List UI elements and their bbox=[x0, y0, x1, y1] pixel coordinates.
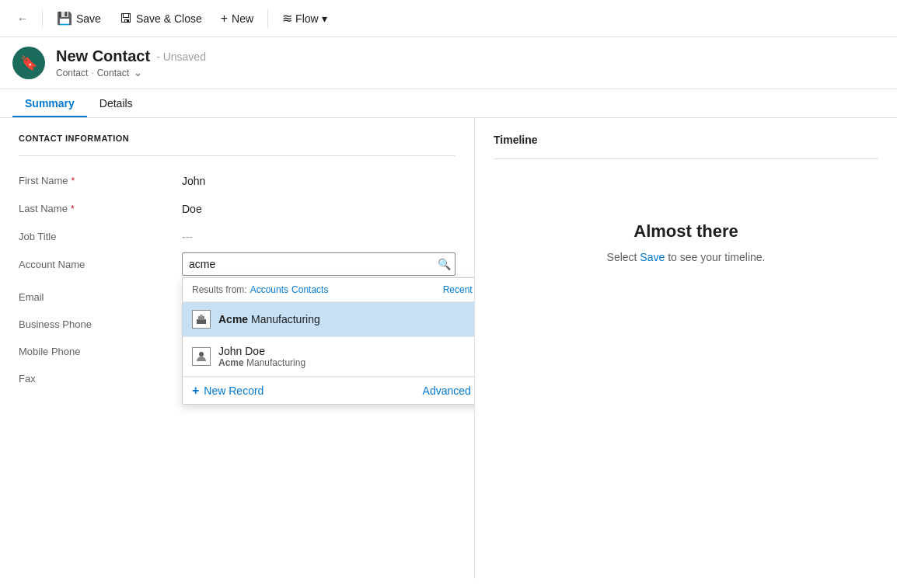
plus-icon: + bbox=[192, 384, 199, 398]
unsaved-label: - Unsaved bbox=[156, 50, 206, 63]
breadcrumb-2: Contact bbox=[97, 68, 129, 78]
chevron-down-icon: ⌄ bbox=[134, 67, 142, 78]
field-value-job-title[interactable]: --- bbox=[182, 224, 455, 243]
field-label-last-name: Last Name * bbox=[19, 197, 182, 214]
timeline-divider bbox=[494, 158, 878, 159]
acme-manufacturing-icon bbox=[192, 310, 211, 329]
almost-there-heading: Almost there bbox=[494, 221, 878, 242]
field-row-first-name: First Name * John bbox=[19, 169, 455, 187]
search-icon: 🔍 bbox=[438, 258, 451, 270]
right-panel: Timeline Almost there Select Save to see… bbox=[474, 118, 897, 579]
flow-button[interactable]: ≋ Flow ▾ bbox=[274, 6, 335, 30]
field-label-job-title: Job Title bbox=[19, 224, 182, 242]
svg-point-3 bbox=[199, 352, 204, 357]
field-label-fax: Fax bbox=[19, 367, 182, 384]
field-label-business-phone: Business Phone bbox=[19, 312, 182, 330]
advanced-lookup-label: Advanced lookup bbox=[423, 384, 474, 397]
toolbar-divider-2 bbox=[267, 9, 268, 28]
avatar: 🔖 bbox=[12, 47, 45, 79]
breadcrumb-1: Contact bbox=[56, 68, 88, 78]
record-header: 🔖 New Contact - Unsaved Contact · Contac… bbox=[0, 37, 897, 89]
field-label-account-name: Account Name bbox=[19, 252, 182, 270]
header-title: New Contact - Unsaved bbox=[56, 47, 206, 65]
breadcrumb-separator: · bbox=[91, 68, 93, 78]
svg-rect-2 bbox=[200, 315, 203, 317]
john-doe-sub: Acme Manufacturing bbox=[218, 357, 305, 368]
acme-manufacturing-name: Acme Manufacturing bbox=[218, 313, 320, 325]
account-search-button[interactable]: 🔍 bbox=[438, 258, 451, 270]
field-value-last-name[interactable]: Doe bbox=[182, 197, 455, 215]
section-title-contact: CONTACT INFORMATION bbox=[19, 134, 455, 143]
tab-summary[interactable]: Summary bbox=[12, 89, 87, 117]
account-name-input-wrap: 🔍 Results from: Accounts Contacts Recent… bbox=[182, 252, 455, 276]
timeline-title: Timeline bbox=[494, 134, 878, 146]
timeline-empty-state: Almost there Select Save to see your tim… bbox=[494, 190, 878, 263]
field-row-last-name: Last Name * Doe bbox=[19, 197, 455, 215]
recent-records-link[interactable]: Recent records bbox=[443, 284, 474, 295]
field-value-first-name[interactable]: John bbox=[182, 169, 455, 187]
save-close-label: Save & Close bbox=[136, 12, 202, 25]
dropdown-item-acme-manufacturing[interactable]: Acme Manufacturing bbox=[183, 302, 474, 336]
header-subtitle: Contact · Contact ⌄ bbox=[56, 67, 206, 78]
avatar-icon: 🔖 bbox=[20, 54, 37, 71]
new-button[interactable]: + New bbox=[213, 7, 261, 30]
field-label-email: Email bbox=[19, 285, 182, 303]
field-label-first-name: First Name * bbox=[19, 169, 182, 186]
accounts-filter-link[interactable]: Accounts bbox=[250, 284, 288, 295]
dropdown-footer: + New Record Advanced lookup bbox=[183, 377, 474, 404]
flow-label: Flow bbox=[295, 12, 319, 25]
field-row-account-name: Account Name 🔍 Results from: Accounts Co… bbox=[19, 252, 455, 276]
john-doe-info: John Doe Acme Manufacturing bbox=[218, 345, 305, 368]
save-close-button[interactable]: 🖫 Save & Close bbox=[112, 7, 210, 30]
new-record-label: New Record bbox=[204, 384, 264, 397]
flow-chevron-icon: ▾ bbox=[322, 12, 327, 25]
section-divider bbox=[19, 155, 455, 156]
tab-details[interactable]: Details bbox=[87, 89, 145, 117]
toolbar-divider-1 bbox=[42, 9, 43, 28]
dropdown-item-john-doe[interactable]: John Doe Acme Manufacturing bbox=[183, 337, 474, 376]
record-title: New Contact bbox=[56, 47, 150, 65]
john-doe-icon bbox=[192, 347, 211, 366]
tab-bar: Summary Details bbox=[0, 89, 897, 118]
save-close-icon: 🖫 bbox=[120, 12, 132, 26]
new-label: New bbox=[232, 12, 253, 25]
new-icon: + bbox=[221, 12, 228, 26]
results-from-label: Results from: bbox=[192, 284, 247, 295]
advanced-lookup-button[interactable]: Advanced lookup bbox=[423, 384, 474, 397]
new-record-button[interactable]: + New Record bbox=[192, 384, 264, 398]
john-doe-name: John Doe bbox=[218, 345, 305, 357]
required-indicator-first-name: * bbox=[72, 176, 75, 186]
required-indicator-last-name: * bbox=[71, 204, 75, 214]
save-label: Save bbox=[76, 12, 101, 25]
flow-icon: ≋ bbox=[282, 11, 292, 26]
dropdown-header: Results from: Accounts Contacts Recent r… bbox=[183, 278, 474, 302]
header-info: New Contact - Unsaved Contact · Contact … bbox=[56, 47, 206, 78]
timeline-description: Select Save to see your timeline. bbox=[494, 251, 878, 263]
back-button[interactable]: ← bbox=[9, 8, 36, 30]
account-name-input[interactable] bbox=[182, 252, 455, 276]
account-lookup-dropdown: Results from: Accounts Contacts Recent r… bbox=[182, 277, 474, 405]
field-row-job-title: Job Title --- bbox=[19, 224, 455, 243]
field-label-mobile-phone: Mobile Phone bbox=[19, 339, 182, 357]
save-icon: 💾 bbox=[57, 11, 72, 26]
main-content: CONTACT INFORMATION First Name * John La… bbox=[0, 118, 897, 579]
tab-details-label: Details bbox=[99, 97, 133, 110]
toolbar: ← 💾 Save 🖫 Save & Close + New ≋ Flow ▾ bbox=[0, 0, 897, 37]
tab-summary-label: Summary bbox=[25, 97, 75, 110]
left-panel: CONTACT INFORMATION First Name * John La… bbox=[0, 118, 474, 579]
contact-type-dropdown[interactable]: ⌄ bbox=[132, 67, 144, 78]
save-link-text: Save bbox=[640, 251, 665, 263]
back-icon: ← bbox=[17, 12, 28, 25]
contacts-filter-link[interactable]: Contacts bbox=[291, 284, 328, 295]
save-button[interactable]: 💾 Save bbox=[49, 6, 109, 30]
